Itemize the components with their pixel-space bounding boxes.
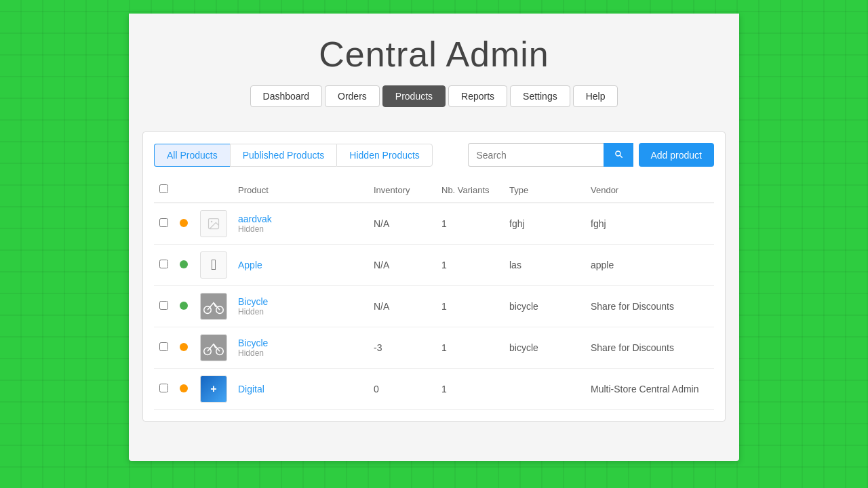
product-vendor: Share for Discounts (585, 286, 714, 327)
nav-btn-help[interactable]: Help (573, 85, 618, 107)
select-all-checkbox[interactable] (159, 184, 168, 193)
nav-btn-settings[interactable]: Settings (510, 85, 570, 107)
table-row: +Digital01Multi-Store Central Admin (154, 369, 714, 410)
svg-point-1 (211, 221, 213, 223)
col-inventory: Inventory (368, 178, 436, 203)
row-checkbox[interactable] (159, 384, 168, 392)
tab-published-products[interactable]: Published Products (230, 144, 337, 167)
status-dot (180, 343, 188, 351)
product-vendor: fghj (585, 203, 714, 245)
product-type: las (504, 245, 585, 286)
product-type (504, 369, 585, 410)
status-dot (180, 219, 188, 227)
product-thumbnail (200, 293, 227, 320)
product-type: fghj (504, 203, 585, 245)
bike-icon (203, 296, 224, 317)
row-checkbox[interactable] (159, 301, 168, 310)
app-title: Central Admin (129, 34, 739, 75)
table-row: BicycleHiddenN/A1bicycleShare for Discou… (154, 286, 714, 327)
search-icon (614, 149, 623, 159)
tab-hidden-products[interactable]: Hidden Products (336, 144, 433, 167)
product-variants: 1 (436, 369, 504, 410)
product-name-link[interactable]: aardvak (238, 214, 272, 224)
status-dot (180, 260, 188, 268)
product-vendor: apple (585, 245, 714, 286)
product-name-link[interactable]: Apple (238, 260, 262, 270)
add-product-button[interactable]: Add product (639, 143, 715, 167)
table-row: BicycleHidden-31bicycleShare for Discoun… (154, 327, 714, 369)
toolbar: All ProductsPublished ProductsHidden Pro… (154, 143, 714, 167)
search-area: Add product (468, 143, 715, 167)
header-section: Central Admin DashboardOrdersProductsRep… (129, 14, 739, 121)
product-name-link[interactable]: Bicycle (238, 296, 268, 307)
product-thumbnail:  (200, 251, 227, 279)
product-thumbnail (200, 210, 227, 237)
product-inventory: -3 (368, 327, 436, 369)
col-type: Type (504, 178, 585, 203)
table-row: aardvakHiddenN/A1fghjfghj (154, 203, 714, 245)
product-sub: Hidden (238, 348, 363, 358)
status-dot (180, 302, 188, 310)
col-product: Product (233, 178, 368, 203)
thumb-placeholder (201, 211, 226, 237)
row-checkbox[interactable] (159, 218, 168, 227)
col-variants: Nb. Variants (436, 178, 504, 203)
product-inventory: N/A (368, 203, 436, 245)
product-sub: Hidden (238, 307, 363, 317)
product-variants: 1 (436, 327, 504, 369)
product-type: bicycle (504, 286, 585, 327)
search-button[interactable] (604, 143, 633, 167)
tab-all-products[interactable]: All Products (154, 144, 230, 167)
product-name-link[interactable]: Digital (238, 384, 264, 394)
nav-btn-orders[interactable]: Orders (325, 85, 380, 107)
product-variants: 1 (436, 245, 504, 286)
product-inventory: N/A (368, 245, 436, 286)
products-table: Product Inventory Nb. Variants Type Vend… (154, 178, 714, 410)
content-area: All ProductsPublished ProductsHidden Pro… (142, 131, 726, 422)
product-type: bicycle (504, 327, 585, 369)
product-thumbnail: + (200, 375, 227, 403)
row-checkbox[interactable] (159, 260, 168, 268)
apple-icon:  (211, 256, 216, 274)
bike-icon (203, 338, 224, 358)
row-checkbox[interactable] (159, 342, 168, 351)
product-thumbnail (200, 334, 227, 361)
nav-btn-reports[interactable]: Reports (448, 85, 507, 107)
col-vendor: Vendor (585, 178, 714, 203)
search-input[interactable] (468, 143, 604, 167)
product-sub: Hidden (238, 224, 363, 234)
digital-icon: + (210, 383, 216, 395)
product-variants: 1 (436, 203, 504, 245)
product-inventory: 0 (368, 369, 436, 410)
tabs: All ProductsPublished ProductsHidden Pro… (154, 144, 433, 167)
product-vendor: Multi-Store Central Admin (585, 369, 714, 410)
nav-btn-products[interactable]: Products (382, 85, 446, 107)
main-panel: Central Admin DashboardOrdersProductsRep… (129, 14, 739, 461)
product-name-link[interactable]: Bicycle (238, 338, 268, 348)
status-dot (180, 384, 188, 392)
nav-bar: DashboardOrdersProductsReportsSettingsHe… (129, 85, 739, 107)
product-variants: 1 (436, 286, 504, 327)
nav-btn-dashboard[interactable]: Dashboard (250, 85, 323, 107)
table-row: AppleN/A1lasapple (154, 245, 714, 286)
product-vendor: Share for Discounts (585, 327, 714, 369)
product-inventory: N/A (368, 286, 436, 327)
